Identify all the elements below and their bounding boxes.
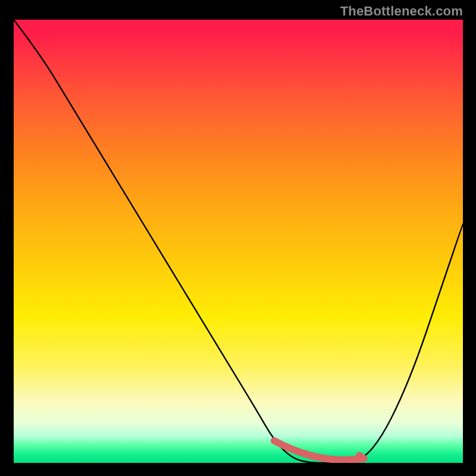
- chart-frame: TheBottleneck.com: [0, 0, 476, 476]
- highlight-dot: [356, 452, 364, 460]
- bottleneck-curve: [14, 20, 463, 463]
- curve-group: [14, 20, 463, 463]
- watermark-text: TheBottleneck.com: [340, 4, 463, 19]
- curve-path: [14, 20, 463, 463]
- plot-area: [14, 20, 463, 463]
- highlight-band: [274, 441, 364, 460]
